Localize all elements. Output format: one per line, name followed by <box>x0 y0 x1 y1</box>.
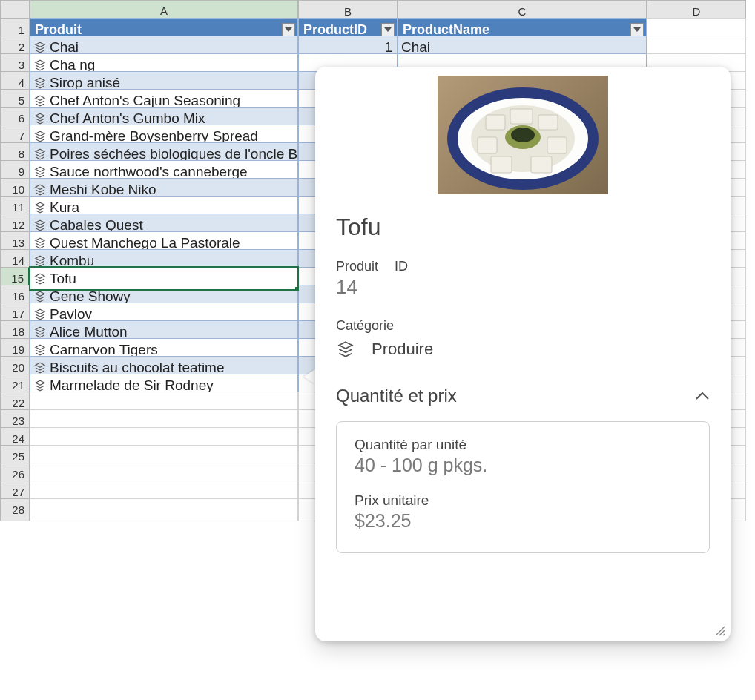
card-section-header[interactable]: Quantité et prix <box>336 386 710 406</box>
fill-handle[interactable] <box>294 286 298 290</box>
linked-record-icon <box>33 165 47 179</box>
linked-record-icon <box>33 183 47 197</box>
data-card: Tofu ProduitID 14 Catégorie Produire Qua… <box>315 67 731 641</box>
linked-record-icon <box>33 76 47 90</box>
svg-rect-5 <box>510 109 533 124</box>
linked-record-icon <box>33 148 47 161</box>
qty-per-unit-label: Quantité par unité <box>355 437 691 453</box>
linked-record-icon <box>33 237 47 250</box>
linked-record-icon <box>33 308 47 321</box>
card-category-value: Produire <box>372 340 433 359</box>
svg-rect-6 <box>538 115 558 130</box>
unit-price-label: Prix unitaire <box>355 492 691 509</box>
linked-record-icon <box>33 59 47 72</box>
product-cell[interactable]: Tofu <box>30 267 298 290</box>
linked-record-icon <box>33 112 47 125</box>
linked-record-icon <box>33 41 47 54</box>
linked-record-icon <box>33 130 47 143</box>
product-name: Tofu <box>50 271 76 287</box>
linked-record-icon <box>33 272 47 285</box>
linked-record-icon <box>33 361 47 374</box>
svg-rect-7 <box>478 137 497 153</box>
product-image <box>438 76 608 194</box>
row-header[interactable]: 28 <box>0 498 30 521</box>
card-id-label: ProduitID <box>336 259 710 274</box>
linked-record-icon <box>33 326 47 339</box>
svg-rect-8 <box>547 137 567 153</box>
linked-record-icon <box>336 340 355 359</box>
linked-record-icon <box>33 290 47 303</box>
card-category-label: Catégorie <box>336 318 710 334</box>
linked-record-icon <box>33 94 47 108</box>
resize-grip[interactable] <box>713 624 726 637</box>
unit-price-value: $23.25 <box>355 510 691 532</box>
card-title: Tofu <box>336 214 710 241</box>
card-image <box>336 73 710 205</box>
linked-record-icon <box>33 219 47 232</box>
filter-button[interactable] <box>630 23 644 36</box>
linked-record-icon <box>33 343 47 357</box>
linked-record-icon <box>33 254 47 268</box>
filter-button[interactable] <box>282 23 295 36</box>
empty-cell[interactable] <box>30 498 298 521</box>
linked-record-icon <box>33 379 47 392</box>
svg-rect-10 <box>531 156 552 173</box>
filter-button[interactable] <box>381 23 395 36</box>
chevron-up-icon <box>695 392 710 400</box>
card-qty-price-box: Quantité par unité 40 - 100 g pkgs. Prix… <box>336 421 710 553</box>
svg-line-13 <box>723 634 725 635</box>
linked-record-icon <box>33 201 47 214</box>
card-category-row: Produire <box>336 340 710 359</box>
svg-rect-9 <box>491 156 512 173</box>
qty-per-unit-value: 40 - 100 g pkgs. <box>355 455 691 476</box>
card-id-value: 14 <box>336 276 710 299</box>
svg-rect-4 <box>486 115 505 130</box>
svg-point-3 <box>511 128 535 142</box>
callout-pointer <box>303 369 315 384</box>
